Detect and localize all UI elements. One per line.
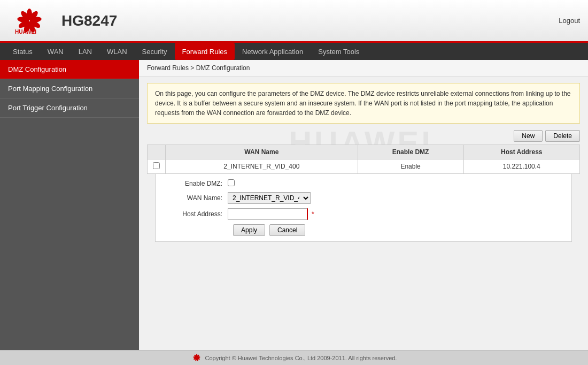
nav-wan[interactable]: WAN xyxy=(40,43,71,60)
page-header: HUAWEI HG8247 Logout xyxy=(0,0,588,43)
host-address-row: Host Address: * xyxy=(164,208,563,220)
host-address-input[interactable] xyxy=(228,208,308,220)
table-area: New Delete WAN Name Enable DMZ Host Addr… xyxy=(147,130,580,242)
host-address-label: Host Address: xyxy=(164,210,228,218)
nav-security[interactable]: Security xyxy=(135,43,175,60)
svg-text:HUAWEI: HUAWEI xyxy=(15,29,36,35)
sidebar-item-dmz[interactable]: DMZ Configuration xyxy=(0,60,139,79)
table-button-row: New Delete xyxy=(147,130,580,142)
wan-name-row: WAN Name: 2_INTERNET_R_VID_4 2_INTERNET_… xyxy=(164,192,563,204)
table-header-wan-name: WAN Name xyxy=(166,145,358,159)
sidebar: DMZ Configuration Port Mapping Configura… xyxy=(0,60,139,350)
nav-network-application[interactable]: Network Application xyxy=(235,43,311,60)
row-host-address: 10.221.100.4 xyxy=(463,159,579,174)
dmz-table: WAN Name Enable DMZ Host Address 2_INTER… xyxy=(147,145,580,174)
table-header-checkbox xyxy=(148,145,166,159)
form-area: Enable DMZ: WAN Name: 2_INTERNET_R_VID_4… xyxy=(155,174,572,242)
enable-dmz-control xyxy=(228,179,563,188)
row-checkbox[interactable] xyxy=(153,162,160,169)
sidebar-item-port-trigger[interactable]: Port Trigger Configuration xyxy=(0,98,139,118)
logout-button[interactable]: Logout xyxy=(559,17,580,25)
table-header-enable-dmz: Enable DMZ xyxy=(358,145,463,159)
content-area: HUAWEI Forward Rules > DMZ Configuration… xyxy=(139,60,588,350)
nav-status[interactable]: Status xyxy=(5,43,40,60)
enable-dmz-checkbox[interactable] xyxy=(228,179,235,186)
wan-name-select[interactable]: 2_INTERNET_R_VID_4 2_INTERNET_R_VID_400 xyxy=(228,192,311,204)
footer-logo xyxy=(191,353,202,363)
row-wan-name: 2_INTERNET_R_VID_400 xyxy=(166,159,358,174)
nav-forward-rules[interactable]: Forward Rules xyxy=(175,43,235,60)
wan-name-control: 2_INTERNET_R_VID_4 2_INTERNET_R_VID_400 xyxy=(228,192,563,204)
form-buttons: Apply Cancel xyxy=(164,224,563,236)
nav-wlan[interactable]: WLAN xyxy=(99,43,135,60)
required-star: * xyxy=(312,210,314,218)
enable-dmz-label: Enable DMZ: xyxy=(164,180,228,187)
row-enable-dmz: Enable xyxy=(358,159,463,174)
nav-system-tools[interactable]: System Tools xyxy=(311,43,367,60)
host-address-control: * xyxy=(228,208,563,220)
new-button[interactable]: New xyxy=(514,130,543,142)
device-model: HG8247 xyxy=(61,12,559,29)
footer-copyright: Copyright © Huawei Technologies Co., Ltd… xyxy=(205,355,397,361)
huawei-logo: HUAWEI xyxy=(8,3,51,38)
main-nav: Status WAN LAN WLAN Security Forward Rul… xyxy=(0,43,588,60)
table-header-host-address: Host Address xyxy=(463,145,579,159)
footer: Copyright © Huawei Technologies Co., Ltd… xyxy=(0,350,588,365)
table-row: 2_INTERNET_R_VID_400 Enable 10.221.100.4 xyxy=(148,159,580,174)
sidebar-item-port-mapping[interactable]: Port Mapping Configuration xyxy=(0,79,139,98)
breadcrumb: Forward Rules > DMZ Configuration xyxy=(139,60,588,77)
info-box: On this page, you can configure the para… xyxy=(147,83,580,124)
main-layout: DMZ Configuration Port Mapping Configura… xyxy=(0,60,588,350)
wan-name-label: WAN Name: xyxy=(164,194,228,202)
row-checkbox-cell xyxy=(148,159,166,174)
delete-button[interactable]: Delete xyxy=(545,130,580,142)
enable-dmz-row: Enable DMZ: xyxy=(164,179,563,188)
nav-lan[interactable]: LAN xyxy=(71,43,99,60)
cancel-button[interactable]: Cancel xyxy=(269,224,305,236)
apply-button[interactable]: Apply xyxy=(233,224,265,236)
